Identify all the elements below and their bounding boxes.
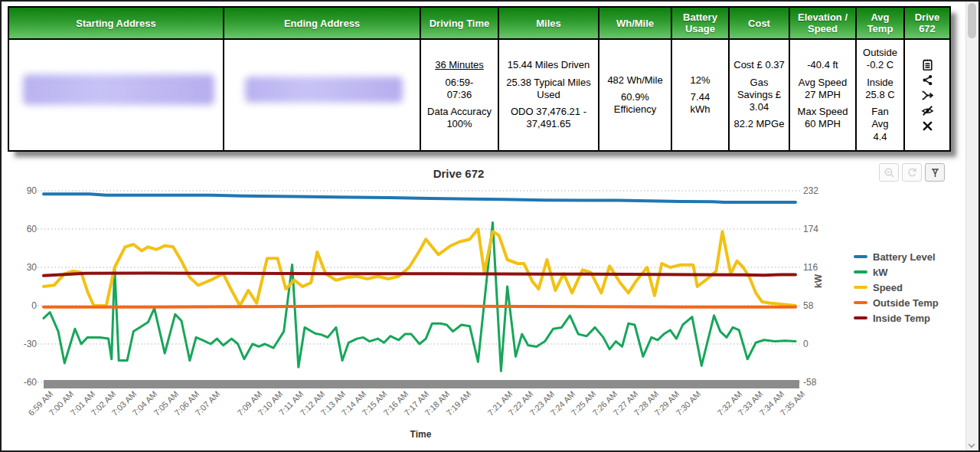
right-tick-232: 232 [803,185,818,196]
left-tick--30: -30 [14,339,37,349]
legend-label: Outside Temp [873,297,939,309]
left-tick-0: 0 [14,300,37,311]
legend-item-kw[interactable]: kW [854,264,939,280]
vertical-scrollbar[interactable] [965,2,978,450]
chart-legend: Battery LevelkWSpeedOutside TempInside T… [854,249,939,326]
legend-label: Battery Level [873,251,936,263]
drive-detail-page: Starting Address Ending Address Driving … [0,0,980,452]
x-axis-label: Time [44,429,798,440]
legend-item-outside-temp[interactable]: Outside Temp [854,295,939,310]
left-tick-60: 60 [14,224,37,234]
legend-swatch [854,316,867,319]
left-tick--60: -60 [14,377,37,388]
legend-item-speed[interactable]: Speed [854,280,939,295]
right-tick-58: 58 [803,300,813,311]
scrollbar-thumb[interactable] [968,3,976,38]
left-tick-30: 30 [14,262,37,273]
right-tick--58: -58 [803,377,816,388]
legend-swatch [854,301,867,304]
legend-label: Inside Temp [873,313,930,324]
legend-item-inside-temp[interactable]: Inside Temp [854,310,939,326]
right-tick-0: 0 [803,339,808,349]
left-tick-90: 90 [14,185,37,196]
legend-label: Speed [873,282,903,293]
legend-swatch [854,286,867,289]
legend-label: kW [873,267,888,278]
legend-item-battery-level[interactable]: Battery Level [854,249,939,264]
right-axis-label: kW [813,274,824,288]
scroll-down-icon[interactable] [969,442,975,447]
right-tick-116: 116 [803,262,818,273]
legend-swatch [854,255,867,258]
legend-swatch [854,270,867,273]
drive-chart-plot[interactable] [2,2,980,452]
right-tick-174: 174 [803,224,818,234]
